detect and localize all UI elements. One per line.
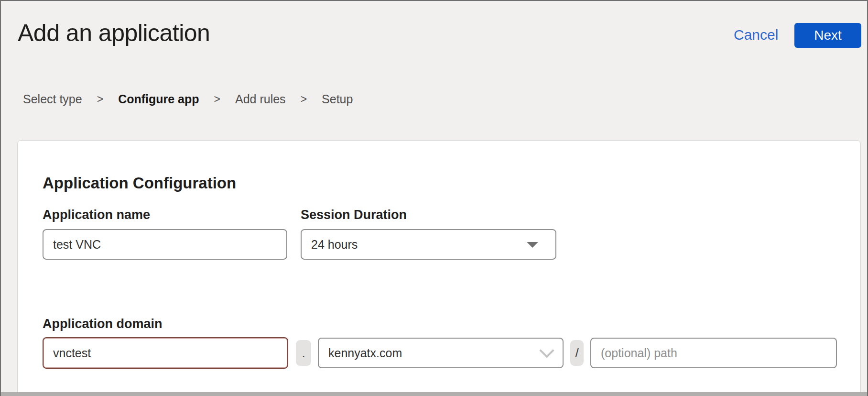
session-duration-value: 24 hours xyxy=(311,238,358,252)
path-input[interactable] xyxy=(590,338,837,368)
dropdown-caret-icon xyxy=(527,242,538,248)
window-bottom-edge xyxy=(0,392,868,396)
application-name-label: Application name xyxy=(43,208,150,222)
domain-select[interactable]: kennyatx.com xyxy=(318,338,564,368)
chevron-down-icon xyxy=(539,343,554,358)
cancel-button[interactable]: Cancel xyxy=(734,27,778,43)
page-title: Add an application xyxy=(18,19,210,47)
application-name-input[interactable] xyxy=(43,229,287,260)
breadcrumb-step-select-type[interactable]: Select type xyxy=(23,92,82,106)
slash-separator: / xyxy=(570,340,584,366)
breadcrumb-step-configure-app[interactable]: Configure app xyxy=(118,92,199,106)
section-title: Application Configuration xyxy=(43,174,236,192)
session-duration-label: Session Duration xyxy=(301,208,407,222)
next-button[interactable]: Next xyxy=(794,23,861,48)
application-configuration-card: Application Configuration Application na… xyxy=(17,140,861,396)
breadcrumb-step-add-rules[interactable]: Add rules xyxy=(235,92,286,106)
subdomain-input[interactable] xyxy=(43,337,288,369)
breadcrumb-separator-icon: > xyxy=(214,93,220,106)
dot-separator: . xyxy=(296,340,311,366)
breadcrumb-step-setup[interactable]: Setup xyxy=(322,92,353,106)
breadcrumb-separator-icon: > xyxy=(97,93,103,106)
session-duration-select[interactable]: 24 hours xyxy=(301,229,556,260)
breadcrumb-separator-icon: > xyxy=(301,93,307,106)
breadcrumb: Select type > Configure app > Add rules … xyxy=(23,92,353,106)
application-domain-label: Application domain xyxy=(43,317,163,331)
domain-select-value: kennyatx.com xyxy=(328,346,402,360)
